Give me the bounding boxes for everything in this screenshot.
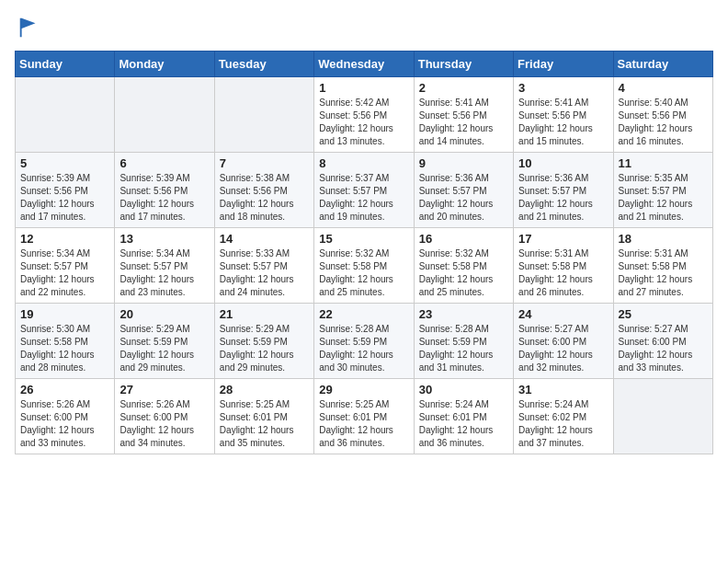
- weekday-header-wednesday: Wednesday: [314, 52, 414, 77]
- day-number: 13: [119, 232, 209, 246]
- day-number: 27: [119, 383, 209, 396]
- calendar-cell: 11Sunrise: 5:35 AM Sunset: 5:57 PM Dayli…: [613, 153, 712, 228]
- day-number: 26: [20, 383, 109, 396]
- day-number: 29: [319, 383, 408, 396]
- day-info: Sunrise: 5:30 AM Sunset: 5:58 PM Dayligh…: [20, 323, 109, 374]
- day-info: Sunrise: 5:35 AM Sunset: 5:57 PM Dayligh…: [619, 172, 708, 224]
- calendar-cell: 1Sunrise: 5:42 AM Sunset: 5:56 PM Daylig…: [314, 77, 414, 153]
- calendar-cell: 2Sunrise: 5:41 AM Sunset: 5:56 PM Daylig…: [414, 77, 513, 153]
- day-info: Sunrise: 5:32 AM Sunset: 5:58 PM Dayligh…: [419, 247, 508, 299]
- day-info: Sunrise: 5:37 AM Sunset: 5:57 PM Dayligh…: [319, 172, 408, 224]
- calendar-cell: 23Sunrise: 5:28 AM Sunset: 5:59 PM Dayli…: [414, 304, 513, 379]
- calendar-cell: 21Sunrise: 5:29 AM Sunset: 5:59 PM Dayli…: [214, 304, 313, 379]
- calendar-cell: [115, 77, 214, 153]
- calendar-cell: 28Sunrise: 5:25 AM Sunset: 6:01 PM Dayli…: [214, 379, 313, 454]
- calendar-cell: 25Sunrise: 5:27 AM Sunset: 6:00 PM Dayli…: [613, 304, 712, 379]
- day-number: 2: [419, 81, 508, 95]
- day-number: 6: [119, 156, 209, 170]
- calendar-cell: 22Sunrise: 5:28 AM Sunset: 5:59 PM Dayli…: [314, 304, 414, 379]
- weekday-header-tuesday: Tuesday: [214, 52, 313, 77]
- calendar-cell: 24Sunrise: 5:27 AM Sunset: 6:00 PM Dayli…: [514, 304, 613, 379]
- weekday-header-row: SundayMondayTuesdayWednesdayThursdayFrid…: [16, 52, 713, 77]
- calendar-cell: [214, 77, 313, 153]
- day-info: Sunrise: 5:38 AM Sunset: 5:56 PM Dayligh…: [220, 172, 309, 224]
- day-number: 25: [619, 307, 708, 321]
- day-info: Sunrise: 5:24 AM Sunset: 6:01 PM Dayligh…: [419, 398, 508, 450]
- day-info: Sunrise: 5:36 AM Sunset: 5:57 PM Dayligh…: [419, 172, 508, 224]
- day-info: Sunrise: 5:25 AM Sunset: 6:01 PM Dayligh…: [220, 398, 309, 450]
- calendar-week-row: 19Sunrise: 5:30 AM Sunset: 5:58 PM Dayli…: [16, 304, 713, 379]
- calendar-cell: 8Sunrise: 5:37 AM Sunset: 5:57 PM Daylig…: [314, 153, 414, 228]
- day-info: Sunrise: 5:29 AM Sunset: 5:59 PM Dayligh…: [220, 323, 309, 374]
- day-number: 20: [119, 307, 209, 321]
- day-info: Sunrise: 5:28 AM Sunset: 5:59 PM Dayligh…: [419, 323, 508, 374]
- day-info: Sunrise: 5:24 AM Sunset: 6:02 PM Dayligh…: [518, 398, 608, 450]
- weekday-header-monday: Monday: [115, 52, 214, 77]
- calendar-cell: 17Sunrise: 5:31 AM Sunset: 5:58 PM Dayli…: [514, 228, 613, 304]
- day-number: 23: [419, 307, 508, 321]
- day-number: 8: [319, 156, 408, 170]
- day-number: 12: [20, 232, 109, 246]
- day-number: 1: [319, 81, 408, 95]
- day-number: 11: [619, 156, 708, 170]
- day-info: Sunrise: 5:26 AM Sunset: 6:00 PM Dayligh…: [119, 398, 209, 450]
- day-number: 16: [419, 232, 508, 246]
- calendar-table: SundayMondayTuesdayWednesdayThursdayFrid…: [15, 51, 713, 454]
- calendar-cell: 16Sunrise: 5:32 AM Sunset: 5:58 PM Dayli…: [414, 228, 513, 304]
- calendar-week-row: 12Sunrise: 5:34 AM Sunset: 5:57 PM Dayli…: [16, 228, 713, 304]
- calendar-week-row: 26Sunrise: 5:26 AM Sunset: 6:00 PM Dayli…: [16, 379, 713, 454]
- day-info: Sunrise: 5:42 AM Sunset: 5:56 PM Dayligh…: [319, 97, 408, 148]
- day-number: 3: [518, 81, 608, 95]
- weekday-header-sunday: Sunday: [16, 52, 115, 77]
- calendar-week-row: 1Sunrise: 5:42 AM Sunset: 5:56 PM Daylig…: [16, 77, 713, 153]
- calendar-cell: 12Sunrise: 5:34 AM Sunset: 5:57 PM Dayli…: [16, 228, 115, 304]
- day-info: Sunrise: 5:39 AM Sunset: 5:56 PM Dayligh…: [119, 172, 209, 224]
- calendar-cell: 7Sunrise: 5:38 AM Sunset: 5:56 PM Daylig…: [214, 153, 313, 228]
- day-info: Sunrise: 5:41 AM Sunset: 5:56 PM Dayligh…: [518, 97, 608, 148]
- calendar-cell: 20Sunrise: 5:29 AM Sunset: 5:59 PM Dayli…: [115, 304, 214, 379]
- day-number: 17: [518, 232, 608, 246]
- day-info: Sunrise: 5:25 AM Sunset: 6:01 PM Dayligh…: [319, 398, 408, 450]
- calendar-cell: 15Sunrise: 5:32 AM Sunset: 5:58 PM Dayli…: [314, 228, 414, 304]
- calendar-cell: 4Sunrise: 5:40 AM Sunset: 5:56 PM Daylig…: [613, 77, 712, 153]
- day-info: Sunrise: 5:36 AM Sunset: 5:57 PM Dayligh…: [518, 172, 608, 224]
- calendar-cell: 10Sunrise: 5:36 AM Sunset: 5:57 PM Dayli…: [514, 153, 613, 228]
- day-info: Sunrise: 5:27 AM Sunset: 6:00 PM Dayligh…: [619, 323, 708, 374]
- calendar-cell: 3Sunrise: 5:41 AM Sunset: 5:56 PM Daylig…: [514, 77, 613, 153]
- calendar-cell: [613, 379, 712, 454]
- calendar-cell: 31Sunrise: 5:24 AM Sunset: 6:02 PM Dayli…: [514, 379, 613, 454]
- calendar-cell: 14Sunrise: 5:33 AM Sunset: 5:57 PM Dayli…: [214, 228, 313, 304]
- day-info: Sunrise: 5:27 AM Sunset: 6:00 PM Dayligh…: [518, 323, 608, 374]
- day-number: 28: [220, 383, 309, 396]
- weekday-header-saturday: Saturday: [613, 52, 712, 77]
- day-number: 21: [220, 307, 309, 321]
- day-info: Sunrise: 5:40 AM Sunset: 5:56 PM Dayligh…: [619, 97, 708, 148]
- day-number: 22: [319, 307, 408, 321]
- calendar-cell: 6Sunrise: 5:39 AM Sunset: 5:56 PM Daylig…: [115, 153, 214, 228]
- day-info: Sunrise: 5:32 AM Sunset: 5:58 PM Dayligh…: [319, 247, 408, 299]
- calendar-cell: 26Sunrise: 5:26 AM Sunset: 6:00 PM Dayli…: [16, 379, 115, 454]
- svg-marker-0: [20, 18, 36, 38]
- day-number: 4: [619, 81, 708, 95]
- calendar-cell: 27Sunrise: 5:26 AM Sunset: 6:00 PM Dayli…: [115, 379, 214, 454]
- day-info: Sunrise: 5:26 AM Sunset: 6:00 PM Dayligh…: [20, 398, 109, 450]
- day-number: 31: [518, 383, 608, 396]
- page-header: [15, 15, 713, 40]
- day-number: 7: [220, 156, 309, 170]
- day-number: 18: [619, 232, 708, 246]
- day-info: Sunrise: 5:33 AM Sunset: 5:57 PM Dayligh…: [220, 247, 309, 299]
- calendar-cell: 5Sunrise: 5:39 AM Sunset: 5:56 PM Daylig…: [16, 153, 115, 228]
- day-number: 14: [220, 232, 309, 246]
- day-number: 9: [419, 156, 508, 170]
- day-info: Sunrise: 5:34 AM Sunset: 5:57 PM Dayligh…: [20, 247, 109, 299]
- logo-flag-icon: [17, 15, 42, 40]
- day-number: 15: [319, 232, 408, 246]
- day-info: Sunrise: 5:34 AM Sunset: 5:57 PM Dayligh…: [119, 247, 209, 299]
- day-info: Sunrise: 5:29 AM Sunset: 5:59 PM Dayligh…: [119, 323, 209, 374]
- weekday-header-thursday: Thursday: [414, 52, 513, 77]
- day-info: Sunrise: 5:31 AM Sunset: 5:58 PM Dayligh…: [619, 247, 708, 299]
- calendar-cell: 29Sunrise: 5:25 AM Sunset: 6:01 PM Dayli…: [314, 379, 414, 454]
- calendar-cell: 19Sunrise: 5:30 AM Sunset: 5:58 PM Dayli…: [16, 304, 115, 379]
- day-info: Sunrise: 5:41 AM Sunset: 5:56 PM Dayligh…: [419, 97, 508, 148]
- calendar-cell: 18Sunrise: 5:31 AM Sunset: 5:58 PM Dayli…: [613, 228, 712, 304]
